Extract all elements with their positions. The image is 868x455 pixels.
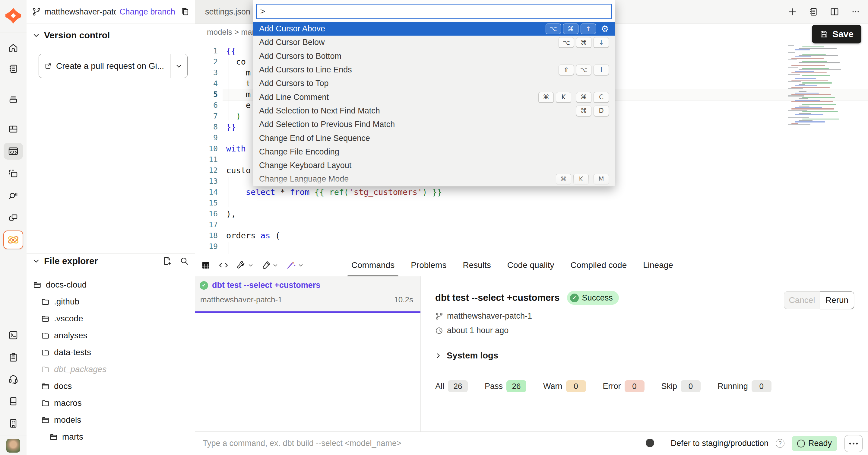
overflow-menu-icon[interactable] xyxy=(851,7,860,16)
file-tree-item-docs[interactable]: docs xyxy=(27,378,195,395)
panel-tab-compiled-code[interactable]: Compiled code xyxy=(562,254,635,276)
tab-settings-json[interactable]: settings.json xyxy=(195,0,261,24)
sidebar-item-clipboard[interactable] xyxy=(4,349,23,366)
folder-open-icon xyxy=(33,281,41,289)
line-number: 13 xyxy=(195,176,223,187)
sidebar-item-terminal[interactable] xyxy=(4,327,23,344)
search-icon[interactable] xyxy=(180,256,189,266)
filter-error[interactable]: Error0 xyxy=(603,380,645,392)
command-label[interactable]: dbt test --select +customers xyxy=(212,281,320,290)
system-logs-toggle[interactable]: System logs xyxy=(435,351,498,361)
filter-running[interactable]: Running0 xyxy=(717,380,772,392)
defer-toggle[interactable] xyxy=(645,438,663,449)
filter-warn[interactable]: Warn0 xyxy=(543,380,586,392)
filter-pass[interactable]: Pass26 xyxy=(485,380,526,392)
results-table-icon[interactable] xyxy=(201,261,211,270)
book-icon xyxy=(8,396,18,406)
palette-item[interactable]: Add Selection to Next Find Match⌘D xyxy=(253,104,615,118)
palette-input[interactable]: > xyxy=(256,4,612,19)
file-tree-item-analyses[interactable]: analyses xyxy=(27,327,195,344)
code-view-icon[interactable] xyxy=(218,261,228,270)
palette-item[interactable]: Change End of Line Sequence xyxy=(253,131,615,145)
notebook-panel-icon[interactable] xyxy=(809,7,818,16)
palette-item[interactable]: Add Selection to Previous Find Match xyxy=(253,118,615,131)
file-tree-item-marts[interactable]: marts xyxy=(27,428,195,445)
save-button[interactable]: Save xyxy=(812,25,861,43)
text-caret xyxy=(266,7,266,16)
file-tree-item-macros[interactable]: macros xyxy=(27,395,195,412)
file-tree-item-models[interactable]: models xyxy=(27,412,195,428)
help-icon[interactable]: ? xyxy=(776,439,784,448)
sidebar-item-docs[interactable] xyxy=(4,393,23,410)
pr-button-dropdown[interactable] xyxy=(170,54,187,78)
ai-assist-menu[interactable] xyxy=(286,261,303,270)
create-pr-button[interactable]: Create a pull request on Gi... xyxy=(39,54,188,78)
file-tree-item-data-tests[interactable]: data-tests xyxy=(27,344,195,361)
command-palette: > Add Cursor Above⌥⌘↑⚙Add Cursor Below⌥⌘… xyxy=(253,0,615,186)
breadcrumb[interactable]: models > mar xyxy=(207,24,254,41)
filter-skip[interactable]: Skip0 xyxy=(661,380,701,392)
key-chip: ⌘ xyxy=(538,92,554,102)
palette-item[interactable]: Change Keyboard Layout xyxy=(253,159,615,172)
folder-icon xyxy=(41,399,50,407)
file-tree-item-.github[interactable]: .github xyxy=(27,293,195,310)
status-overflow-button[interactable] xyxy=(844,435,863,452)
chevron-down-icon xyxy=(273,263,278,268)
palette-item[interactable]: Add Cursors to Line Ends⇧⌥I xyxy=(253,63,615,77)
dbt-logo[interactable] xyxy=(4,7,23,24)
folder-open-icon xyxy=(41,382,50,390)
panel-tab-results[interactable]: Results xyxy=(455,254,499,276)
palette-item[interactable]: Add Line Comment⌘K⌘C xyxy=(253,90,615,104)
palette-item[interactable]: Change File Encoding xyxy=(253,145,615,159)
copy-icon[interactable] xyxy=(181,7,189,16)
build-tools-menu[interactable] xyxy=(237,261,253,270)
panel-tab-commands[interactable]: Commands xyxy=(343,254,403,276)
line-number: 18 xyxy=(195,230,223,241)
gear-icon[interactable]: ⚙ xyxy=(601,24,609,34)
code-line xyxy=(226,219,868,230)
version-control-header[interactable]: Version control xyxy=(33,30,110,40)
sidebar-item-notebook[interactable] xyxy=(4,60,23,77)
sidebar-item-dashboard[interactable] xyxy=(4,121,23,138)
user-avatar[interactable] xyxy=(6,439,20,453)
sidebar-item-projects[interactable] xyxy=(4,91,23,108)
file-tree-item-docs-cloud[interactable]: docs-cloud xyxy=(27,276,195,293)
sidebar-item-ai-atom[interactable] xyxy=(3,231,23,249)
sidebar-item-home[interactable] xyxy=(4,39,23,56)
panel-tab-lineage[interactable]: Lineage xyxy=(635,254,681,276)
command-history-item[interactable]: ✓ dbt test --select +customers matthewsh… xyxy=(195,276,421,313)
split-editor-icon[interactable] xyxy=(830,7,839,16)
cancel-button[interactable]: Cancel xyxy=(784,292,820,309)
editor-minimap[interactable] xyxy=(788,45,841,126)
bottom-panel-tabs: CommandsProblemsResultsCode qualityCompi… xyxy=(343,254,681,276)
palette-item[interactable]: Add Cursors to Bottom xyxy=(253,50,615,63)
format-menu[interactable] xyxy=(261,261,278,270)
detail-time: about 1 hour ago xyxy=(447,326,508,335)
palette-item[interactable]: Add Cursor Below⌥⌘↓ xyxy=(253,36,615,49)
palette-item[interactable]: Add Cursor Above⌥⌘↑⚙ xyxy=(253,22,615,36)
change-branch-link[interactable]: Change branch xyxy=(119,7,175,17)
panel-tab-problems[interactable]: Problems xyxy=(403,254,455,276)
panel-tab-code-quality[interactable]: Code quality xyxy=(499,254,562,276)
ready-status-badge[interactable]: Ready xyxy=(792,436,837,451)
new-file-icon[interactable] xyxy=(163,256,172,266)
sidebar-item-windows[interactable] xyxy=(4,209,23,226)
sidebar-item-canvas[interactable] xyxy=(4,165,23,182)
file-tree: docs-cloud.github.vscodeanalysesdata-tes… xyxy=(27,276,195,455)
sidebar-item-support[interactable] xyxy=(4,371,23,388)
folder-name: marts xyxy=(62,432,83,442)
chevron-down-icon xyxy=(33,257,40,265)
file-tree-item-dbt_packages[interactable]: dbt_packages xyxy=(27,361,195,378)
sidebar-item-code-editor[interactable] xyxy=(4,143,23,160)
file-tree-item-.vscode[interactable]: .vscode xyxy=(27,310,195,327)
filter-all[interactable]: All26 xyxy=(435,380,468,392)
canvas-frame-icon xyxy=(8,169,18,179)
new-tab-plus-icon[interactable] xyxy=(788,7,797,16)
sidebar-item-organization[interactable] xyxy=(4,415,23,432)
sidebar-item-query-analysis[interactable] xyxy=(4,187,23,204)
code-line: ), xyxy=(226,209,868,219)
palette-item[interactable]: Add Cursors to Top xyxy=(253,77,615,90)
rerun-button[interactable]: Rerun xyxy=(820,292,854,309)
command-input[interactable]: Type a command, ex. dbt build --select <… xyxy=(203,439,401,448)
dashboard-icon xyxy=(8,124,18,134)
